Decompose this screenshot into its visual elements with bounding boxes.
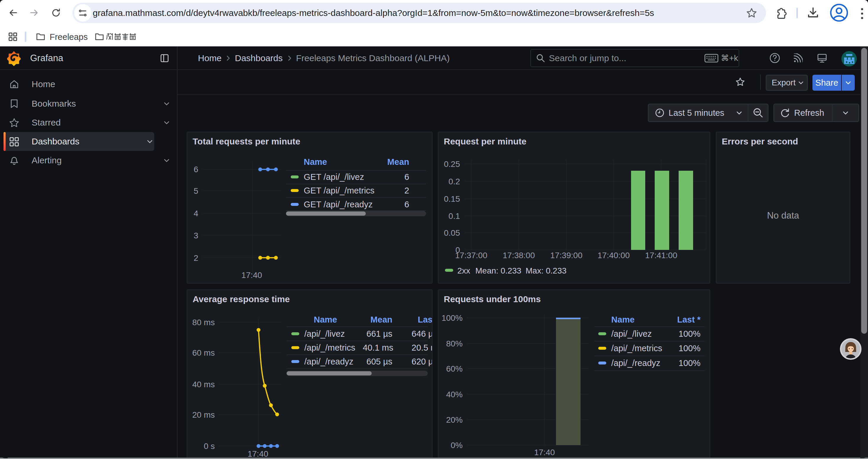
svg-text:6: 6 <box>193 165 198 174</box>
svg-text:80 ms: 80 ms <box>192 318 215 327</box>
svg-text:40 ms: 40 ms <box>192 380 215 389</box>
svg-text:17:38:00: 17:38:00 <box>503 251 535 260</box>
svg-text:3: 3 <box>193 231 198 240</box>
svg-text:17:40: 17:40 <box>534 448 555 457</box>
svg-text:0 s: 0 s <box>204 441 215 451</box>
svg-text:17:40:00: 17:40:00 <box>598 251 630 260</box>
svg-text:17:39:00: 17:39:00 <box>550 251 583 260</box>
svg-text:0.25: 0.25 <box>444 160 460 169</box>
svg-text:5: 5 <box>193 186 198 196</box>
svg-text:Max: 0.233: Max: 0.233 <box>526 266 567 275</box>
svg-text:17:37:00: 17:37:00 <box>455 251 488 260</box>
svg-text:40%: 40% <box>446 390 463 399</box>
svg-text:0.15: 0.15 <box>444 194 460 203</box>
svg-text:4: 4 <box>193 209 198 218</box>
svg-text:0.05: 0.05 <box>444 228 460 237</box>
svg-text:2: 2 <box>193 254 198 263</box>
svg-text:17:40: 17:40 <box>248 449 268 458</box>
svg-text:0.1: 0.1 <box>448 211 460 221</box>
svg-text:80%: 80% <box>446 339 463 348</box>
svg-text:100%: 100% <box>441 314 463 323</box>
svg-text:60%: 60% <box>446 364 463 373</box>
svg-text:17:41:00: 17:41:00 <box>645 251 677 260</box>
svg-text:60 ms: 60 ms <box>192 348 215 357</box>
svg-text:2xx: 2xx <box>457 266 470 275</box>
svg-text:Mean: 0.233: Mean: 0.233 <box>475 266 522 275</box>
svg-text:0.2: 0.2 <box>448 177 460 186</box>
svg-text:20 ms: 20 ms <box>192 410 215 419</box>
svg-text:0%: 0% <box>451 441 463 450</box>
svg-text:20%: 20% <box>446 415 463 424</box>
svg-text:17:40: 17:40 <box>241 270 262 280</box>
